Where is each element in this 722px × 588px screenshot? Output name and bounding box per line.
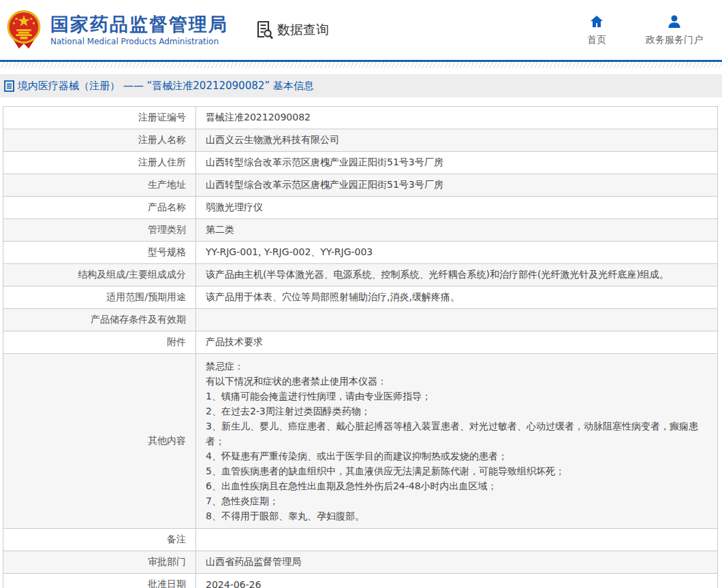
table-row-attachment: 附件 产品技术要求 (3, 331, 717, 354)
registration-info-table: 注册证编号 晋械注准20212090082 注册人名称 山西义云生物激光科技有限… (3, 106, 718, 588)
row-value: 产品技术要求 (196, 331, 717, 353)
row-value: 2024-06-26 (196, 574, 717, 588)
row-value (196, 309, 717, 331)
row-label: 注册人名称 (3, 129, 196, 151)
nav-gov-service-portal[interactable]: 政务服务门户 (646, 14, 703, 46)
row-value: 晋械注准20212090082 (196, 107, 717, 129)
row-value: 禁忌症： 有以下情况和症状的患者禁止使用本仪器： 1、镇痛可能会掩盖进行性病理，… (196, 354, 717, 528)
table-row-other-content: 其他内容 禁忌症： 有以下情况和症状的患者禁止使用本仪器： 1、镇痛可能会掩盖进… (3, 354, 717, 529)
breadcrumb-text: 境内医疗器械（注册） —— “晋械注准20212090082” 基本信息 (18, 80, 314, 93)
table-row-approval-date: 批准日期 2024-06-26 (3, 574, 717, 588)
table-row-model-spec: 型号规格 YY-RJG-001, Y-RJG-002、YY-RJG-003 (3, 242, 717, 264)
row-value (196, 529, 717, 551)
row-label: 生产地址 (3, 174, 196, 196)
nav-home-label: 首页 (587, 34, 606, 46)
nav-home[interactable]: 首页 (587, 14, 606, 46)
table-row-registrant-address: 注册人住所 山西转型综合改革示范区唐槐产业园正阳街51号3号厂房 (3, 152, 717, 174)
home-icon (588, 14, 605, 30)
data-query-label: 数据查询 (277, 21, 329, 39)
table-row-management-class: 管理类别 第二类 (3, 219, 717, 242)
table-row-approval-department: 审批部门 山西省药品监督管理局 (3, 551, 717, 574)
hatch-pattern-band (0, 62, 722, 68)
table-row-storage-validity: 产品储存条件及有效期 (3, 309, 717, 331)
breadcrumb: 境内医疗器械（注册） —— “晋械注准20212090082” 基本信息 (0, 74, 722, 97)
row-label: 审批部门 (3, 551, 196, 573)
table-row-structure-composition: 结构及组成/主要组成成分 该产品由主机(半导体激光器、电源系统、控制系统、光纤耦… (3, 264, 717, 287)
row-value: 山西转型综合改革示范区唐槐产业园正阳街51号3号厂房 (196, 152, 717, 174)
site-subtitle: National Medical Products Administration (50, 37, 228, 46)
row-label: 型号规格 (3, 242, 196, 263)
table-row-product-name: 产品名称 弱激光理疗仪 (3, 197, 717, 219)
row-label: 注册人住所 (3, 152, 196, 174)
row-label: 注册证编号 (3, 107, 196, 129)
national-emblem-logo[interactable] (4, 9, 44, 51)
row-label: 备注 (3, 529, 196, 551)
list-document-icon (4, 80, 14, 92)
document-search-icon (254, 20, 274, 40)
row-label: 产品名称 (3, 197, 196, 218)
row-value: YY-RJG-001, Y-RJG-002、YY-RJG-003 (196, 242, 717, 263)
row-value: 山西省药品监督管理局 (196, 551, 717, 573)
table-row-registrant-name: 注册人名称 山西义云生物激光科技有限公司 (3, 129, 717, 152)
user-icon (666, 14, 682, 30)
row-label: 其他内容 (3, 354, 196, 528)
row-label: 批准日期 (3, 574, 196, 588)
row-label: 管理类别 (3, 219, 196, 241)
row-label: 适用范围/预期用途 (3, 287, 196, 308)
table-row-cert-number: 注册证编号 晋械注准20212090082 (3, 107, 717, 129)
nav-gov-service-portal-label: 政务服务门户 (646, 34, 703, 46)
row-value: 该产品由主机(半导体激光器、电源系统、控制系统、光纤耦合系统)和治疗部件(光纤激… (196, 264, 717, 286)
site-header: 国家药品监督管理局 National Medical Products Admi… (0, 0, 722, 60)
row-value: 第二类 (196, 219, 717, 241)
table-row-remarks: 备注 (3, 529, 717, 551)
table-row-production-address: 生产地址 山西转型综合改革示范区唐槐产业园正阳街51号3号厂房 (3, 174, 717, 197)
row-value: 该产品用于体表、穴位等局部照射辅助治疗,消炎,缓解疼痛。 (196, 287, 717, 308)
table-row-intended-use: 适用范围/预期用途 该产品用于体表、穴位等局部照射辅助治疗,消炎,缓解疼痛。 (3, 287, 717, 309)
row-value: 山西义云生物激光科技有限公司 (196, 129, 717, 151)
row-label: 附件 (3, 331, 196, 353)
spacer (0, 68, 722, 74)
spacer (0, 97, 722, 106)
row-label: 产品储存条件及有效期 (3, 309, 196, 331)
site-title: 国家药品监督管理局 (50, 14, 228, 35)
data-query-link[interactable]: 数据查询 (254, 20, 329, 40)
row-label: 结构及组成/主要组成成分 (3, 264, 196, 286)
row-value: 弱激光理疗仪 (196, 197, 717, 218)
row-value: 山西转型综合改革示范区唐槐产业园正阳街51号3号厂房 (196, 174, 717, 196)
site-title-block: 国家药品监督管理局 National Medical Products Admi… (50, 14, 228, 46)
